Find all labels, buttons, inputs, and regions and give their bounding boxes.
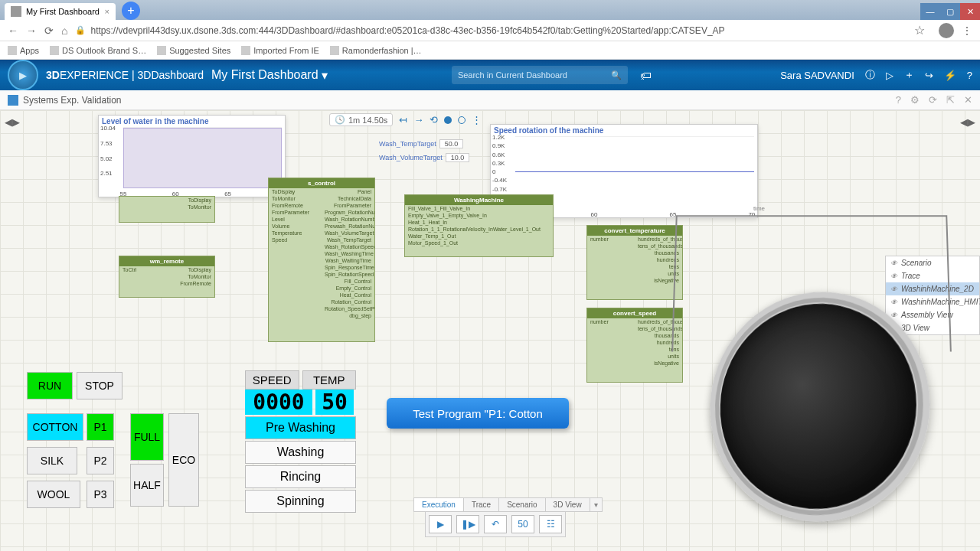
apps-bookmark[interactable]: Apps <box>8 46 39 55</box>
browser-tab[interactable]: My First Dashboard × <box>5 3 116 20</box>
stop-button[interactable]: STOP <box>77 372 122 399</box>
new-tab-button[interactable]: + <box>122 2 140 20</box>
phase-rincing: Rincing <box>245 465 356 488</box>
block-wm-remote[interactable]: wm_remote ToCtrlToDisplay ToMonitor From… <box>119 256 215 298</box>
bookmark-item[interactable]: Ramonderfashion |… <box>330 46 422 55</box>
favicon-icon <box>11 6 21 17</box>
chevron-down-icon: ▾ <box>322 68 328 83</box>
phase-prewashing: Pre Washing <box>245 416 356 439</box>
rewind-button[interactable]: ↶ <box>484 515 507 533</box>
search-icon: 🔍 <box>611 70 622 80</box>
load-full-button[interactable]: FULL <box>130 413 164 461</box>
tag-icon[interactable]: 🏷 <box>640 69 652 82</box>
program-p3-button[interactable]: P3 <box>87 481 114 508</box>
temp-label: TEMP <box>302 370 357 390</box>
bookmark-item[interactable]: DS Outlook Brand S… <box>50 46 146 55</box>
test-program-button[interactable]: Test Program "P1: Cotton <box>387 398 569 429</box>
sync-icon[interactable]: ⟲ <box>430 114 438 126</box>
bookmark-item[interactable]: Imported From IE <box>241 46 319 55</box>
share-icon[interactable]: ↪ <box>925 70 933 81</box>
user-name[interactable]: Sara SADVANDI <box>780 70 854 81</box>
close-tab-icon[interactable]: × <box>105 7 109 16</box>
result-tabs: ExecutionTraceScenario3D View▾ <box>413 497 603 512</box>
bookmark-item[interactable]: Suggested Sites <box>157 46 230 55</box>
phase-washing: Washing <box>245 441 356 464</box>
temp-value: 50 <box>315 390 354 415</box>
expand-icon[interactable]: ⇱ <box>946 94 955 106</box>
step-fwd-icon[interactable]: → <box>413 114 423 126</box>
pause-button[interactable]: ❚▶ <box>456 515 479 533</box>
result-tab[interactable]: Execution <box>414 498 464 511</box>
user-icon[interactable]: ⓘ <box>865 68 875 82</box>
fabric-cotton-button[interactable]: COTTON <box>27 413 83 441</box>
chart-title: Level of water in the machine <box>99 116 285 127</box>
chart-title: Speed rotation of the machine <box>491 125 757 136</box>
load-half-button[interactable]: HALF <box>130 464 164 507</box>
app-title: 3DEXPERIENCE | 3DDashboard <box>46 69 204 81</box>
url-text: https://vdevpril443dsy.ux.dsone.3ds.com:… <box>90 25 724 36</box>
bookmarks-bar: Apps DS Outlook Brand S… Suggested Sites… <box>0 41 980 60</box>
record-dot-empty-icon[interactable] <box>458 116 466 124</box>
step-back-icon[interactable]: ↤ <box>399 114 407 126</box>
hmi-display: SPEED TEMP 0000 50 Pre Washing Washing R… <box>245 370 356 513</box>
flash-icon[interactable]: ⚡ <box>944 70 956 81</box>
settings-button[interactable]: ☷ <box>539 515 562 533</box>
fabric-wool-button[interactable]: WOOL <box>27 481 80 508</box>
simulation-toolbar: 🕓 1m 14.50s ↤ → ⟲ ⋮ <box>329 113 482 126</box>
widget-app-icon <box>8 95 18 106</box>
simulation-canvas[interactable]: ◀▶ ◀▶ Level of water in the machine 10.0… <box>0 110 980 551</box>
close-window-button[interactable]: ✕ <box>960 3 980 20</box>
maximize-button[interactable]: ▢ <box>940 3 960 20</box>
tab-title: My First Dashboard <box>26 7 100 16</box>
url-input[interactable]: 🔒 https://vdevpril443dsy.ux.dsone.3ds.co… <box>75 25 906 36</box>
result-tab[interactable]: Trace <box>464 498 499 511</box>
home-icon[interactable]: ⌂ <box>61 24 67 37</box>
minimize-button[interactable]: — <box>920 3 940 20</box>
lock-icon: 🔒 <box>75 25 86 35</box>
tabs-dropdown-icon[interactable]: ▾ <box>590 498 602 511</box>
dashboard-selector[interactable]: My First Dashboard ▾ <box>211 68 328 83</box>
transport-bar: ▶ ❚▶ ↶ 50 ☷ <box>425 511 566 537</box>
program-p2-button[interactable]: P2 <box>87 447 114 474</box>
step-size-input[interactable]: 50 <box>511 515 534 533</box>
menu-icon[interactable]: ⋮ <box>962 24 972 37</box>
eco-button[interactable]: ECO <box>168 413 199 507</box>
block-washing-machine[interactable]: WashingMachine Fill_Valve_1_Fill_Valve_I… <box>404 194 554 257</box>
help-icon[interactable]: ? <box>896 94 901 106</box>
washing-machine-3d[interactable] <box>666 214 972 535</box>
block-generic-top[interactable]: ToDisplay ToMonitor <box>119 196 215 223</box>
reload-icon[interactable]: ⟳ <box>44 24 54 37</box>
sim-parameters: Wash_TempTarget50.0 Wash_VolumeTarget10.… <box>379 139 469 167</box>
program-p1-button[interactable]: P1 <box>87 413 114 441</box>
speed-label: SPEED <box>245 370 299 390</box>
phase-spinning: Spinning <box>245 490 356 513</box>
play-icon[interactable]: ▷ <box>886 70 893 81</box>
plus-icon[interactable]: ＋ <box>904 68 914 82</box>
more-icon[interactable]: ⋮ <box>472 114 482 126</box>
search-input[interactable]: Search in Current Dashboard 🔍 <box>452 66 628 84</box>
forward-icon[interactable]: → <box>26 24 37 37</box>
speed-value: 0000 <box>245 390 312 415</box>
help-icon[interactable]: ? <box>967 70 972 81</box>
profile-avatar[interactable] <box>939 23 954 38</box>
result-tab[interactable]: 3D View <box>546 498 590 511</box>
gear-icon[interactable]: ⚙ <box>910 94 920 106</box>
elapsed-time: 🕓 1m 14.50s <box>329 113 393 126</box>
run-button[interactable]: RUN <box>27 372 73 399</box>
back-icon[interactable]: ← <box>8 24 18 37</box>
bookmark-star-icon[interactable]: ☆ <box>914 23 925 37</box>
water-level-chart: Level of water in the machine 10.04 7.53… <box>98 115 286 197</box>
compass-icon[interactable] <box>8 60 38 90</box>
play-button[interactable]: ▶ <box>429 515 452 533</box>
widget-title: Systems Exp. Validation <box>23 95 122 106</box>
block-control[interactable]: s_control ToDisplayPanelToMonitorTechnic… <box>268 178 375 342</box>
record-dot-icon[interactable] <box>444 116 452 124</box>
nav-left[interactable]: ◀▶ <box>5 116 20 128</box>
result-tab[interactable]: Scenario <box>499 498 545 511</box>
close-widget-icon[interactable]: ✕ <box>964 94 972 106</box>
nav-right[interactable]: ◀▶ <box>960 116 975 128</box>
fabric-silk-button[interactable]: SILK <box>27 447 77 474</box>
refresh-icon[interactable]: ⟳ <box>929 94 937 106</box>
